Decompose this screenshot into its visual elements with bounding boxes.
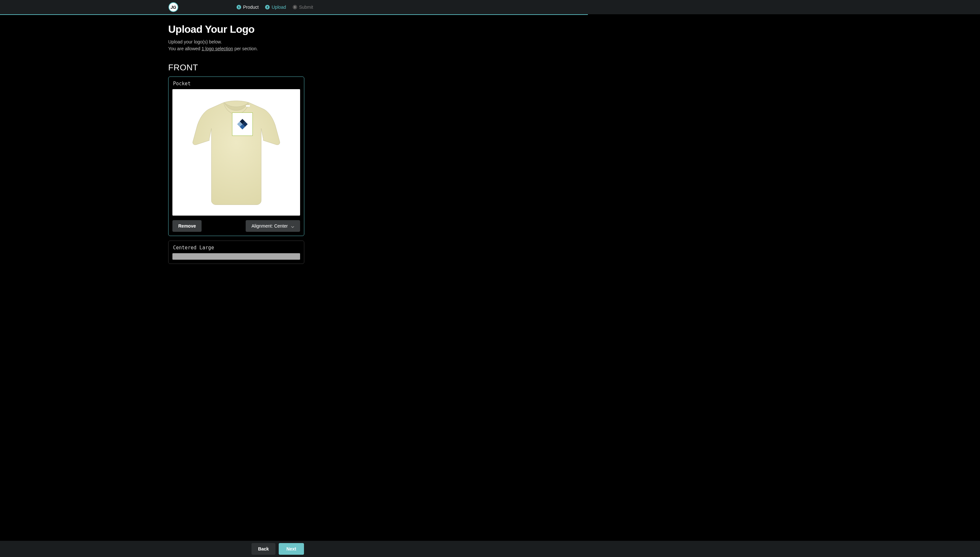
uploaded-logo-icon bbox=[235, 116, 250, 132]
upload-dropzone[interactable] bbox=[172, 253, 300, 260]
page-title: Upload Your Logo bbox=[168, 23, 304, 35]
upload-card-pocket: Pocket bbox=[168, 77, 304, 236]
card-label: Pocket bbox=[172, 81, 300, 86]
product-preview[interactable] bbox=[172, 89, 300, 216]
step-submit[interactable]: 3 Submit bbox=[293, 5, 314, 10]
step-product[interactable]: 1 Product bbox=[237, 5, 258, 10]
card-label: Centered Large bbox=[172, 245, 300, 251]
next-button[interactable]: Next bbox=[279, 543, 304, 555]
chevron-down-icon bbox=[291, 224, 294, 228]
progress-bar bbox=[0, 14, 588, 15]
main-content: Upload Your Logo Upload your logo(s) bel… bbox=[168, 15, 304, 307]
subtitle-line-1: Upload your logo(s) below. bbox=[168, 39, 304, 46]
subtitle-line-2: You are allowed 1 logo selection per sec… bbox=[168, 46, 304, 52]
brand-logo: JG bbox=[169, 2, 178, 12]
card-actions: Remove Alignment: Center bbox=[172, 220, 300, 232]
step-label: Upload bbox=[271, 5, 286, 10]
step-number: 3 bbox=[293, 5, 297, 10]
alignment-select[interactable]: Alignment: Center bbox=[245, 220, 300, 232]
app-header: JG 1 Product 2 Upload 3 Submit bbox=[0, 0, 980, 14]
step-number: 2 bbox=[265, 5, 270, 10]
subtitle-emphasis: 1 logo selection bbox=[202, 46, 233, 51]
brand-logo-text: JG bbox=[171, 5, 176, 10]
step-label: Product bbox=[243, 5, 258, 10]
shirt-graphic bbox=[176, 93, 297, 213]
step-label: Submit bbox=[299, 5, 314, 10]
alignment-label: Alignment: Center bbox=[252, 223, 288, 228]
step-number: 1 bbox=[237, 5, 241, 10]
step-upload[interactable]: 2 Upload bbox=[265, 5, 286, 10]
progress-track bbox=[0, 14, 980, 15]
remove-button[interactable]: Remove bbox=[172, 220, 202, 232]
wizard-steps: 1 Product 2 Upload 3 Submit bbox=[237, 5, 313, 10]
svg-rect-0 bbox=[246, 105, 250, 107]
logo-placement-pocket[interactable] bbox=[232, 112, 253, 136]
upload-card-centered-large: Centered Large bbox=[168, 241, 304, 264]
page-subtitle: Upload your logo(s) below. You are allow… bbox=[168, 39, 304, 52]
back-button[interactable]: Back bbox=[252, 543, 275, 555]
section-title-front: FRONT bbox=[168, 63, 304, 73]
footer-bar: Back Next bbox=[0, 541, 980, 557]
